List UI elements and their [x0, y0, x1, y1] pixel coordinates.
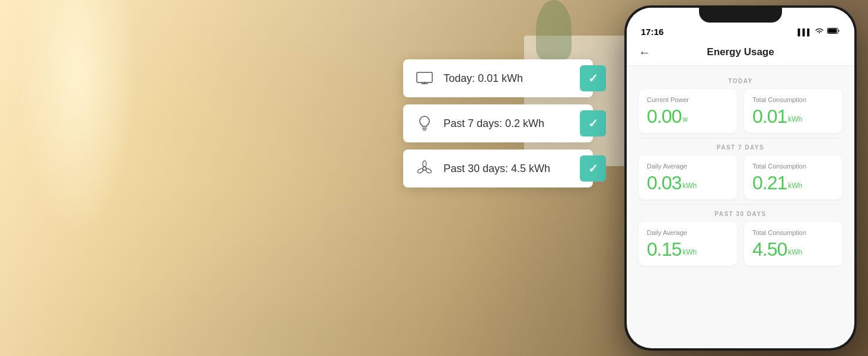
30days-consumption-label: Total Consumption: [752, 229, 834, 236]
today-consumption-label: Total Consumption: [752, 96, 834, 103]
today-card: Today: 0.01 kWh ✓: [403, 59, 593, 97]
energy-content: TODAY Current Power 0.00 w Total Consump…: [627, 66, 854, 276]
app-title: Energy Usage: [707, 46, 774, 58]
battery-icon: [827, 27, 840, 36]
status-icons: ▌▌▌: [798, 27, 840, 36]
current-power-card: Current Power 0.00 w: [639, 89, 737, 133]
monitor-icon: [414, 68, 435, 89]
bulb-icon: [414, 113, 435, 134]
current-power-unit: w: [682, 115, 688, 123]
30days-stats-row: Daily Average 0.15 kWh Total Consumption…: [639, 222, 843, 266]
window-light: [18, 0, 136, 237]
7days-consumption-number: 0.21: [752, 173, 787, 192]
svg-rect-0: [417, 72, 432, 82]
svg-point-3: [425, 168, 432, 174]
7days-avg-value: 0.03 kWh: [647, 173, 729, 192]
divider-2: [639, 204, 843, 205]
phone-mockup: 17:16 ▌▌▌ ← Energy Usage: [625, 6, 856, 350]
7days-avg-unit: kWh: [682, 182, 697, 190]
status-time: 17:16: [641, 27, 663, 37]
plant-hint: [536, 0, 572, 59]
30days-card: Past 30 days: 4.5 kWh ✓: [403, 150, 593, 187]
7days-card-text: Past 7 days: 0.2 kWh: [443, 117, 582, 130]
wifi-icon: [815, 27, 824, 36]
signal-icon: ▌▌▌: [798, 28, 812, 36]
30days-consumption-unit: kWh: [788, 248, 802, 256]
today-consumption-value: 0.01 kWh: [752, 107, 834, 126]
30days-avg-label: Daily Average: [647, 229, 729, 236]
7days-consumption-unit: kWh: [788, 182, 802, 190]
app-header: ← Energy Usage: [627, 42, 854, 66]
7days-stats-row: Daily Average 0.03 kWh Total Consumption…: [639, 155, 843, 199]
today-consumption-number: 0.01: [752, 107, 787, 126]
current-power-value: 0.00 w: [647, 107, 729, 126]
section-30days-label: PAST 30 DAYS: [639, 211, 843, 217]
30days-avg-value: 0.15 kWh: [647, 240, 729, 259]
30days-avg-number: 0.15: [647, 240, 681, 259]
30days-avg-card: Daily Average 0.15 kWh: [639, 222, 737, 266]
today-consumption-unit: kWh: [788, 115, 802, 123]
7days-consumption-label: Total Consumption: [752, 163, 834, 170]
7days-avg-number: 0.03: [647, 173, 681, 192]
30days-check-badge: ✓: [580, 155, 606, 182]
phone-screen: 17:16 ▌▌▌ ← Energy Usage: [627, 8, 854, 348]
current-power-label: Current Power: [647, 96, 729, 103]
7days-avg-card: Daily Average 0.03 kWh: [639, 155, 737, 199]
today-card-text: Today: 0.01 kWh: [443, 72, 582, 85]
30days-avg-unit: kWh: [682, 248, 697, 256]
30days-consumption-card: Total Consumption 4.50 kWh: [744, 222, 843, 266]
today-check-badge: ✓: [580, 65, 606, 91]
7days-consumption-card: Total Consumption 0.21 kWh: [744, 155, 843, 199]
30days-consumption-number: 4.50: [752, 240, 787, 259]
svg-point-2: [423, 161, 426, 167]
divider-1: [639, 138, 843, 138]
fan-icon: [414, 158, 435, 179]
7days-avg-label: Daily Average: [647, 163, 729, 170]
7days-card: Past 7 days: 0.2 kWh ✓: [403, 104, 593, 142]
today-stats-row: Current Power 0.00 w Total Consumption 0…: [639, 89, 843, 133]
info-cards-container: Today: 0.01 kWh ✓ Past 7 days: 0.2 kWh ✓…: [403, 59, 593, 187]
7days-check-badge: ✓: [580, 110, 606, 136]
30days-card-text: Past 30 days: 4.5 kWh: [443, 163, 582, 175]
svg-point-4: [417, 168, 424, 174]
phone-notch: [699, 6, 782, 23]
phone-frame: 17:16 ▌▌▌ ← Energy Usage: [625, 6, 856, 350]
30days-consumption-value: 4.50 kWh: [752, 240, 834, 259]
today-consumption-card: Total Consumption 0.01 kWh: [744, 89, 843, 133]
7days-consumption-value: 0.21 kWh: [752, 173, 834, 192]
svg-rect-6: [828, 29, 837, 33]
section-7days-label: PAST 7 DAYS: [639, 144, 843, 151]
back-button[interactable]: ←: [639, 46, 650, 59]
section-today-label: TODAY: [639, 78, 843, 84]
current-power-number: 0.00: [647, 107, 681, 126]
